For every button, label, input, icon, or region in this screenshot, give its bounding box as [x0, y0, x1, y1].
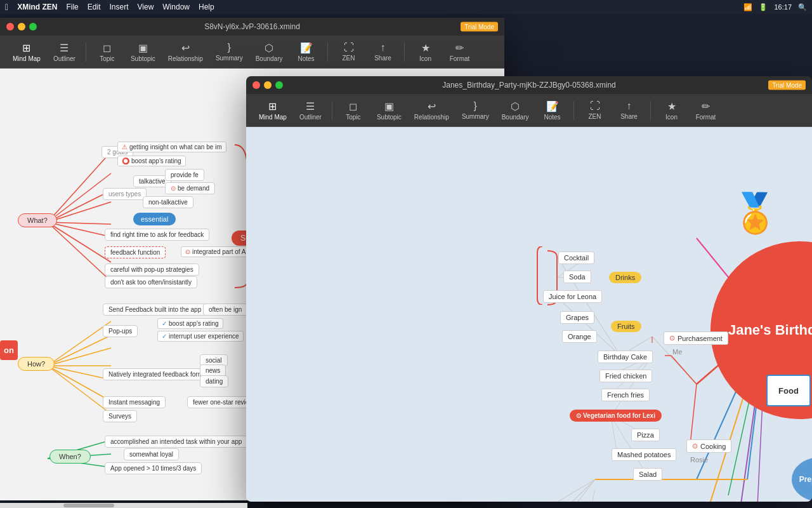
toolbar-topic-w2[interactable]: ◻ Topic — [337, 98, 369, 123]
toolbar-boundary-w1[interactable]: ⬡ Boundary — [251, 39, 288, 65]
toolbar-notes-w1[interactable]: 📝 Notes — [291, 39, 322, 65]
instant-node[interactable]: Instant messaging — [103, 396, 166, 408]
toolbar-boundary-w2[interactable]: ⬡ Boundary — [497, 98, 534, 123]
fried-chicken-node[interactable]: Fried chicken — [599, 370, 652, 382]
menu-edit[interactable]: Edit — [88, 3, 101, 11]
menu-insert[interactable]: Insert — [109, 3, 128, 11]
app-opened-node[interactable]: App opened > 10 times/3 days — [105, 462, 202, 474]
juice-node[interactable]: Juice for Leona — [543, 290, 602, 303]
toolbar-icon-w1[interactable]: ★ Icon — [410, 39, 442, 65]
window-2-toolbar: ⊞ Mind Map ☰ Outliner ◻ Topic ▣ Subtopic… — [246, 94, 812, 127]
careful-popup-node[interactable]: careful with pop-up strategies — [105, 264, 199, 276]
toolbar-notes-w2[interactable]: 📝 Notes — [537, 98, 568, 123]
provide-fe-node[interactable]: provide fe — [165, 169, 204, 181]
toolbar-outliner-w1[interactable]: ☰ Outliner — [48, 39, 81, 65]
apple-menu[interactable]:  — [5, 2, 8, 12]
share-icon-w1: ↑ — [381, 42, 386, 53]
french-fries-node[interactable]: French fries — [601, 389, 650, 401]
toolbar-notes-label-w1: Notes — [298, 55, 314, 62]
boost-rating-node[interactable]: ⭕ boost app's rating — [117, 156, 186, 166]
soda-node[interactable]: Soda — [563, 271, 591, 283]
dont-ask-node[interactable]: don't ask too often/insistantly — [105, 276, 197, 288]
be-demand-node[interactable]: ⊙ be demand — [165, 182, 215, 194]
canvas-w2[interactable]: Jane's Birthday Party Food Preparation D… — [246, 127, 812, 502]
svg-line-7 — [48, 222, 111, 281]
find-right-time-node[interactable]: find right time to ask for feedback — [105, 229, 209, 241]
toolbar-format-w2[interactable]: ✏ Format — [690, 98, 722, 123]
feedback-function-node[interactable]: feedback function — [105, 246, 166, 258]
zen-icon-w1: ⛶ — [344, 42, 354, 53]
app-name[interactable]: XMind ZEN — [17, 3, 57, 11]
food-node[interactable]: Food — [766, 375, 811, 406]
svg-line-9 — [48, 335, 111, 366]
toolbar-mindmap-w1[interactable]: ⊞ Mind Map — [8, 39, 46, 65]
minimize-button-w2[interactable] — [264, 81, 272, 89]
toolbar-relationship-w2[interactable]: ↩ Relationship — [409, 98, 454, 123]
drinks-node[interactable]: Drinks — [609, 272, 641, 283]
natively-node[interactable]: Natively integrated feedback forms — [103, 368, 212, 380]
toolbar-zen-w1[interactable]: ⛶ ZEN — [333, 39, 365, 64]
toolbar-divider-3 — [404, 43, 405, 62]
toolbar-share-w1[interactable]: ↑ Share — [367, 39, 399, 64]
fruits-node[interactable]: Fruits — [611, 321, 641, 332]
non-talkactive-node[interactable]: non-talkactive — [143, 196, 193, 208]
toolbar-subtopic-w1[interactable]: ▣ Subtopic — [126, 39, 160, 65]
toolbar-icon-w2[interactable]: ★ Icon — [656, 98, 688, 123]
toolbar-divider-1 — [86, 43, 86, 62]
when-node[interactable]: When? — [49, 450, 91, 464]
summary-icon-w2: } — [474, 100, 477, 112]
toolbar-outliner-w2[interactable]: ☰ Outliner — [294, 98, 327, 123]
veg-food-node[interactable]: ⊙ Vegetarian food for Lexi — [570, 410, 662, 422]
menu-view[interactable]: View — [138, 3, 154, 11]
essential-node[interactable]: essential — [133, 213, 176, 225]
maximize-button-w2[interactable] — [275, 81, 283, 89]
toolbar-share-w2[interactable]: ↑ Share — [613, 98, 645, 123]
send-feedback-node[interactable]: Send Feedback built into the app — [103, 304, 207, 316]
toolbar-summary-w2[interactable]: } Summary — [457, 98, 494, 123]
orange-node[interactable]: Orange — [562, 330, 597, 343]
close-button-w1[interactable] — [6, 23, 14, 30]
toolbar-relationship-w1[interactable]: ↩ Relationship — [163, 39, 208, 65]
somewhat-loyal-node[interactable]: somewhat loyal — [124, 448, 179, 460]
often-ignored-node[interactable]: often be ign — [203, 304, 247, 316]
menu-help[interactable]: Help — [199, 3, 214, 11]
on-node[interactable]: on — [0, 340, 18, 360]
interrupt-node[interactable]: ✓ interrupt user experience — [157, 331, 244, 342]
surveys-node[interactable]: Surveys — [103, 410, 137, 422]
toolbar-topic-label-w1: Topic — [100, 55, 114, 62]
svg-line-4 — [48, 222, 111, 224]
purchasement-node[interactable]: ⊙ Purchasement — [664, 331, 728, 345]
salad-node[interactable]: Salad — [633, 468, 662, 481]
topic-icon-w1: ◻ — [103, 42, 111, 54]
close-button-w2[interactable] — [252, 81, 260, 89]
toolbar-summary-w1[interactable]: } Summary — [211, 39, 248, 64]
boost-apps-node[interactable]: ✓ boost app's rating — [157, 318, 223, 329]
scrollbar-thumb-w1[interactable] — [63, 504, 114, 507]
dating-node[interactable]: dating — [200, 375, 228, 387]
birthday-cake-node[interactable]: Birthday Cake — [598, 351, 653, 363]
minimize-button-w1[interactable] — [18, 23, 25, 30]
accomplished-node[interactable]: accomplished an intended task within you… — [105, 436, 247, 448]
toolbar-zen-w2[interactable]: ⛶ ZEN — [579, 98, 611, 123]
popups-node[interactable]: Pop-ups — [103, 325, 138, 337]
how-node[interactable]: How? — [18, 357, 55, 371]
mashed-potatoes-node[interactable]: Mashed potatoes — [612, 448, 676, 461]
cooking-node[interactable]: ⊙ Cooking — [686, 439, 731, 453]
toolbar-topic-w1[interactable]: ◻ Topic — [91, 39, 123, 65]
toolbar-mindmap-w2[interactable]: ⊞ Mind Map — [254, 98, 292, 123]
cocktail-node[interactable]: Cocktail — [558, 251, 594, 264]
preparation-node[interactable]: Preparation — [792, 457, 812, 502]
grapes-node[interactable]: Grapes — [560, 311, 594, 324]
toolbar-format-w1[interactable]: ✏ Format — [444, 39, 476, 65]
pizza-node[interactable]: Pizza — [631, 429, 660, 441]
menu-file[interactable]: File — [66, 3, 78, 11]
menu-window[interactable]: Window — [162, 3, 190, 11]
scrollbar-w1[interactable] — [0, 503, 247, 508]
integrated-part-node[interactable]: ⊙ integrated part of A — [181, 246, 251, 257]
what-node[interactable]: What? — [18, 213, 57, 227]
maximize-button-w1[interactable] — [29, 23, 37, 30]
toolbar-subtopic-w2[interactable]: ▣ Subtopic — [372, 98, 407, 123]
getting-insight-node[interactable]: ⚠ getting insight on what can be im — [117, 142, 226, 152]
users-types-node[interactable]: users types — [103, 188, 147, 200]
search-icon[interactable]: 🔍 — [798, 3, 807, 11]
